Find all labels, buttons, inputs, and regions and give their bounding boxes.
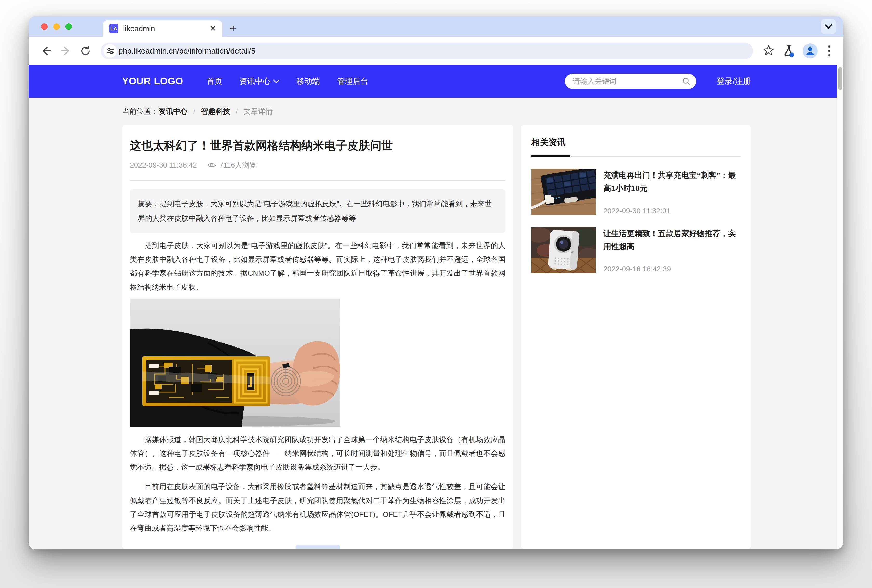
reload-icon xyxy=(80,45,91,57)
divider xyxy=(130,180,505,180)
tab-title: likeadmin xyxy=(123,24,205,33)
nav-item-mobile[interactable]: 移动端 xyxy=(296,76,320,87)
active-tab-indicator xyxy=(531,155,570,157)
nav-item-admin[interactable]: 管理后台 xyxy=(337,76,368,87)
related-item-title[interactable]: 让生活更精致！五款居家好物推荐，实用性超高 xyxy=(603,227,740,253)
related-news-card: 相关资讯 xyxy=(521,125,751,549)
article-body: 提到电子皮肤，大家可别以为是“电子游戏里的虚拟皮肤”。在一些科幻电影中，我们常常… xyxy=(130,238,505,535)
article-date: 2022-09-30 11:36:42 xyxy=(130,161,197,170)
minimize-window-button[interactable] xyxy=(53,23,60,30)
back-button[interactable] xyxy=(38,42,54,60)
zoom-window-button[interactable] xyxy=(66,23,72,30)
nav-links: 首页 资讯中心 移动端 管理后台 xyxy=(207,76,368,87)
url-text: php.likeadmin.cn/pc/information/detail/5 xyxy=(119,46,255,56)
breadcrumb-separator: / xyxy=(193,107,195,116)
tab-close-icon[interactable]: ✕ xyxy=(210,25,216,33)
toolbar-right-icons xyxy=(762,44,834,58)
page-viewport: YOUR LOGO 首页 资讯中心 移动端 管理后 xyxy=(29,65,837,549)
scrollbar-thumb[interactable] xyxy=(839,67,842,90)
site-navbar: YOUR LOGO 首页 资讯中心 移动端 管理后 xyxy=(29,65,837,98)
related-item[interactable]: 让生活更精致！五款居家好物推荐，实用性超高 2022-09-16 16:42:3… xyxy=(531,227,740,273)
forward-button[interactable] xyxy=(57,42,74,60)
eye-icon xyxy=(207,162,216,168)
breadcrumb-item-category[interactable]: 智趣科技 xyxy=(201,106,230,116)
forward-arrow-icon xyxy=(60,45,72,57)
site-logo[interactable]: YOUR LOGO xyxy=(122,76,183,87)
beaker-icon xyxy=(782,44,795,57)
nav-item-news-center[interactable]: 资讯中心 xyxy=(239,76,279,87)
related-news-title: 相关资讯 xyxy=(531,136,740,148)
tab-strip: LA likeadmin ✕ + xyxy=(29,16,843,37)
login-register-link[interactable]: 登录/注册 xyxy=(716,76,751,87)
browser-window: LA likeadmin ✕ + xyxy=(29,16,843,549)
reload-button[interactable] xyxy=(77,42,94,60)
tab-search-button[interactable] xyxy=(821,19,836,34)
divider xyxy=(531,156,740,157)
chevron-down-icon xyxy=(273,80,279,83)
tune-icon xyxy=(107,47,114,54)
article-meta: 2022-09-30 11:36:42 7116人浏览 xyxy=(130,160,505,170)
article-summary: 摘要：提到电子皮肤，大家可别以为是“电子游戏里的虚拟皮肤”。在一些科幻电影中，我… xyxy=(130,189,505,233)
article-paragraph: 据媒体报道，韩国大邱庆北科学技术院研究团队成功开发出了全球第一个纳米结构电子皮肤… xyxy=(130,433,505,474)
search-icon[interactable] xyxy=(682,77,690,86)
back-arrow-icon xyxy=(40,45,52,57)
bookmark-button[interactable] xyxy=(762,44,774,57)
related-item[interactable]: 充满电再出门！共享充电宝“刺客”：最高1小时10元 2022-09-30 11:… xyxy=(531,169,740,215)
electronic-skin-arm-image xyxy=(130,298,341,427)
article-paragraph: 目前用在皮肤表面的电子设备，大都采用橡胶或者塑料等基材制造而来，其缺点是透水透气… xyxy=(130,480,505,535)
new-tab-button[interactable]: + xyxy=(230,22,236,35)
nav-item-home[interactable]: 首页 xyxy=(207,76,222,87)
related-item-date: 2022-09-30 11:32:01 xyxy=(603,207,740,215)
profile-avatar[interactable] xyxy=(803,44,818,58)
breadcrumb-item-current: 文章详情 xyxy=(244,106,273,116)
site-settings-button[interactable] xyxy=(104,44,117,58)
search-input[interactable] xyxy=(573,77,682,86)
browser-tab[interactable]: LA likeadmin ✕ xyxy=(103,20,222,37)
breadcrumb-separator: / xyxy=(236,107,238,116)
browser-toolbar: php.likeadmin.cn/pc/information/detail/5 xyxy=(29,37,843,65)
experiments-button[interactable] xyxy=(782,44,795,58)
star-icon xyxy=(762,44,774,56)
related-thumbnail-projector[interactable] xyxy=(531,227,596,273)
related-thumbnail-powerbank[interactable] xyxy=(531,169,596,215)
article-title: 这也太科幻了！世界首款网格结构纳米电子皮肤问世 xyxy=(130,138,505,153)
article-views: 7116人浏览 xyxy=(207,160,257,170)
comment-box-peek[interactable] xyxy=(296,545,340,549)
browser-menu-button[interactable] xyxy=(825,45,833,56)
article-image xyxy=(130,298,341,427)
related-item-date: 2022-09-16 16:42:39 xyxy=(603,265,740,273)
site-favicon: LA xyxy=(109,24,119,33)
page-scrollbar[interactable] xyxy=(837,65,843,549)
address-bar[interactable]: php.likeadmin.cn/pc/information/detail/5 xyxy=(101,43,753,59)
breadcrumb-item-news-center[interactable]: 资讯中心 xyxy=(159,106,188,116)
article-card: 这也太科幻了！世界首款网格结构纳米电子皮肤问世 2022-09-30 11:36… xyxy=(122,125,513,549)
breadcrumb-prefix: 当前位置： xyxy=(122,106,159,116)
traffic-lights xyxy=(41,23,72,30)
main-content: 这也太科幻了！世界首款网格结构纳米电子皮肤问世 2022-09-30 11:36… xyxy=(122,125,751,549)
related-item-title[interactable]: 充满电再出门！共享充电宝“刺客”：最高1小时10元 xyxy=(603,169,740,195)
close-window-button[interactable] xyxy=(41,23,48,30)
article-paragraph: 提到电子皮肤，大家可别以为是“电子游戏里的虚拟皮肤”。在一些科幻电影中，我们常常… xyxy=(130,238,505,294)
search-box xyxy=(565,74,696,89)
chevron-down-icon xyxy=(824,24,832,29)
person-icon xyxy=(805,46,815,56)
breadcrumb: 当前位置： 资讯中心 / 智趣科技 / 文章详情 xyxy=(122,98,751,125)
